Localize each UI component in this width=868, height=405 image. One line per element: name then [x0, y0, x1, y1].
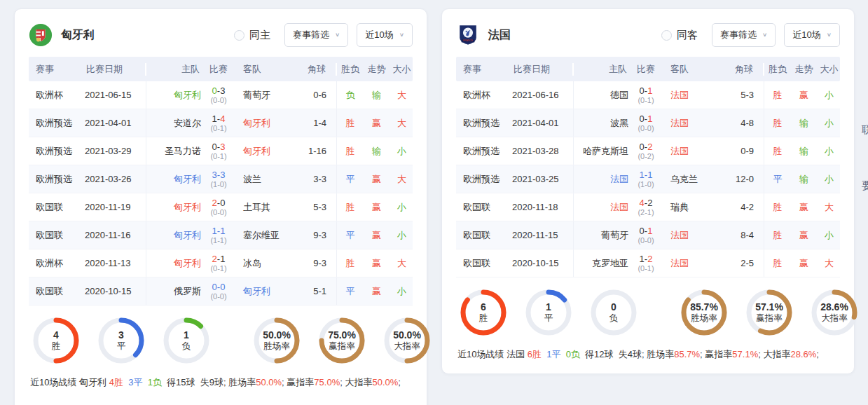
result-cell: 胜	[337, 145, 364, 158]
side-tabs: 联 要	[862, 123, 868, 235]
date-cell: 2021-06-15	[85, 81, 146, 109]
home-team-cell: 匈牙利	[146, 257, 201, 270]
overunder-cell: 大	[390, 89, 414, 102]
competition-cell: 欧国联	[29, 201, 85, 214]
donut-label: 胜	[52, 341, 61, 352]
score-cell: 0-3 (0-0)	[201, 85, 236, 105]
chevron-down-icon: ∨	[827, 32, 832, 38]
home-team-cell: 法国	[574, 173, 628, 186]
overunder-cell: 小	[817, 229, 841, 242]
trend-cell: 输	[791, 117, 817, 130]
donut-label: 大指率	[821, 313, 848, 324]
select-value: 赛事筛选	[293, 29, 329, 41]
team-panel-france: FRANCE 法国 同客 赛事筛选 ∨ 近10场 ∨ 赛事	[441, 8, 855, 374]
halftime-score: (0-2)	[628, 152, 663, 161]
donut-chart: 57.1% 赢指率	[745, 288, 794, 337]
trend-cell: 输	[791, 145, 817, 158]
donut-value: 50.0%	[393, 329, 421, 341]
select-value: 近10场	[792, 29, 820, 41]
corners-cell: 3-3	[298, 165, 337, 193]
score-cell: 0-2 (0-2)	[628, 142, 663, 161]
away-team-cell: 土耳其	[236, 201, 298, 214]
recent-matches-select[interactable]: 近10场 ∨	[784, 23, 840, 47]
away-team-cell: 波兰	[236, 173, 298, 186]
competition-cell: 欧洲预选	[29, 145, 85, 158]
result-cell: 胜	[764, 89, 791, 102]
competition-filter-select[interactable]: 赛事筛选 ∨	[712, 23, 776, 47]
away-team-cell: 瑞典	[663, 201, 725, 214]
home-team-cell: 匈牙利	[146, 201, 201, 214]
donut-label: 胜场率	[263, 341, 290, 352]
score-cell: 0-1 (0-1)	[628, 85, 663, 105]
table-header: 赛事 比赛日期 主队 比赛 客队 角球 胜负 走势 大小	[456, 57, 840, 81]
table-row: 欧国联 2020-10-15 克罗地亚 1-2 (0-1) 法国 2-5 胜 赢…	[456, 249, 840, 277]
select-value: 赛事筛选	[720, 29, 757, 41]
overunder-cell: 大	[817, 201, 841, 214]
donut-value: 85.7%	[690, 301, 718, 313]
home-team-cell: 法国	[574, 201, 628, 214]
panel-controls: 同客 赛事筛选 ∨ 近10场 ∨	[661, 23, 840, 47]
select-value: 近10场	[365, 29, 393, 41]
col-home: 主队	[574, 63, 628, 76]
panel-header: FRANCE 法国 同客 赛事筛选 ∨ 近10场 ∨	[456, 22, 840, 48]
home-team-cell: 俄罗斯	[146, 285, 201, 298]
chevron-down-icon: ∨	[399, 32, 404, 38]
corners-cell: 12-0	[725, 165, 764, 193]
away-team-cell: 法国	[663, 229, 725, 242]
donut-chart: 4 胜	[32, 316, 81, 365]
donut-chart: 6 胜	[459, 288, 508, 337]
halftime-score: (0-1)	[628, 96, 663, 105]
donut-value: 6	[481, 301, 486, 313]
chevron-down-icon: ∨	[762, 32, 767, 38]
halftime-score: (1-1)	[201, 236, 236, 245]
table-row: 欧洲预选 2021-03-29 圣马力诺 0-3 (0-1) 匈牙利 1-16 …	[29, 137, 413, 165]
away-team-cell: 乌克兰	[663, 173, 725, 186]
date-cell: 2020-11-13	[85, 249, 146, 277]
date-cell: 2021-04-01	[85, 109, 146, 137]
away-team-cell: 法国	[663, 257, 725, 270]
competition-cell: 欧洲杯	[456, 89, 512, 102]
col-score: 比赛	[628, 63, 663, 76]
date-cell: 2020-11-15	[512, 221, 574, 249]
score-cell: 1-4 (0-1)	[201, 114, 236, 133]
away-team-cell: 匈牙利	[236, 145, 298, 158]
trend-cell: 赢	[364, 201, 390, 214]
col-home: 主队	[146, 63, 201, 76]
overunder-cell: 小	[390, 285, 414, 298]
overunder-cell: 小	[817, 89, 841, 102]
stats-donuts: 6 胜 1 平	[456, 288, 840, 337]
result-cell: 负	[337, 89, 364, 102]
donut-value: 28.6%	[820, 301, 848, 313]
side-tab[interactable]: 联	[862, 123, 868, 136]
same-away-radio[interactable]: 同客	[661, 29, 698, 42]
score-cell: 0-1 (0-0)	[628, 114, 663, 133]
table-row: 欧洲预选 2021-03-25 法国 1-1 (1-0) 乌克兰 12-0 平 …	[456, 165, 840, 193]
corners-cell: 0-6	[298, 81, 337, 109]
away-team-cell: 匈牙利	[236, 117, 298, 130]
score-cell: 1-1 (1-0)	[628, 170, 663, 189]
col-overunder: 大小	[390, 63, 414, 76]
col-date: 比赛日期	[512, 63, 574, 76]
match-table: 欧洲杯 2021-06-15 匈牙利 0-3 (0-0) 葡萄牙 0-6 负 输…	[29, 81, 413, 306]
overunder-cell: 大	[390, 117, 414, 130]
match-table: 欧洲杯 2021-06-16 德国 0-1 (0-1) 法国 5-3 胜 赢 小…	[456, 81, 840, 277]
team-name: 匈牙利	[61, 28, 95, 43]
halftime-score: (0-0)	[201, 292, 236, 301]
competition-cell: 欧洲杯	[29, 257, 85, 270]
radio-circle-icon	[661, 30, 672, 41]
recent-matches-select[interactable]: 近10场 ∨	[357, 23, 413, 47]
donut-chart: 0 负	[589, 288, 638, 337]
donut-chart: 75.0% 赢指率	[317, 316, 366, 365]
col-away: 客队	[236, 63, 298, 76]
score-cell: 1-1 (1-1)	[201, 226, 236, 245]
col-trend: 走势	[364, 63, 390, 76]
side-tab[interactable]: 要	[862, 179, 868, 192]
competition-cell: 欧国联	[29, 285, 85, 298]
panel-controls: 同主 赛事筛选 ∨ 近10场 ∨	[234, 23, 413, 47]
competition-filter-select[interactable]: 赛事筛选 ∨	[284, 23, 348, 47]
overunder-cell: 小	[817, 173, 841, 186]
date-cell: 2021-06-16	[512, 81, 574, 109]
corners-cell: 2-5	[725, 249, 764, 277]
donut-label: 平	[544, 313, 553, 324]
same-home-radio[interactable]: 同主	[234, 29, 270, 42]
